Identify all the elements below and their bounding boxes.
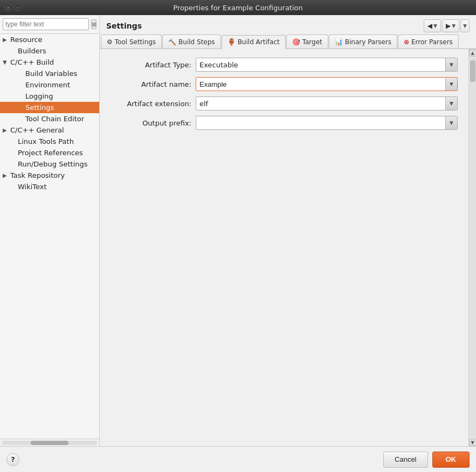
- settings-title: Settings: [106, 22, 142, 30]
- back-dropdown-arrow: ▼: [433, 23, 437, 29]
- artifact-name-control: ▼: [196, 77, 458, 91]
- output-prefix-arrow[interactable]: ▼: [445, 116, 457, 129]
- tree-item-linux-tools-path[interactable]: Linux Tools Path: [0, 136, 99, 147]
- tree-item-tool-chain-editor[interactable]: Tool Chain Editor: [0, 113, 99, 124]
- tabs-bar: ⚙ Tool Settings 🔨 Build Steps 🏺 Build Ar…: [100, 34, 476, 49]
- scrollbar-thumb: [31, 441, 68, 445]
- tree-item-label-settings: Settings: [25, 103, 54, 112]
- tree-item-c-cpp-build[interactable]: ▼ C/C++ Build: [0, 57, 99, 68]
- close-button[interactable]: ×: [4, 4, 12, 11]
- binary-parsers-icon: 📊: [335, 38, 343, 46]
- tree-item-project-references[interactable]: Project References: [0, 147, 99, 158]
- tab-target-label: Target: [302, 38, 322, 46]
- tree-item-label-c-cpp-general: C/C++ General: [10, 126, 64, 134]
- form-area: Artifact Type: Executable ▼ Artifact nam…: [100, 49, 468, 446]
- tree-item-label-task-repository: Task Repository: [10, 171, 65, 179]
- menu-dropdown-arrow: ▼: [463, 23, 467, 29]
- tab-error-parsers-label: Error Parsers: [411, 38, 453, 46]
- tree-area: ▶ Resource Builders ▼ C/C++ Build Build …: [0, 34, 99, 439]
- tree-item-c-cpp-general[interactable]: ▶ C/C++ General: [0, 124, 99, 136]
- forward-button[interactable]: ▶ ▼: [442, 19, 459, 32]
- tab-tool-settings-label: Tool Settings: [115, 38, 156, 46]
- main-container: ⊠ ▶ Resource Builders ▼ C/C++ Build: [0, 15, 476, 472]
- tab-binary-parsers-label: Binary Parsers: [345, 38, 391, 46]
- scrollbar-v-thumb: [470, 60, 475, 82]
- tab-error-parsers[interactable]: ⊗ Error Parsers: [398, 34, 459, 48]
- artifact-extension-label: Artifact extension:: [111, 100, 191, 108]
- output-prefix-label: Output prefix:: [111, 119, 191, 127]
- tree-item-label-project-references: Project References: [18, 149, 83, 157]
- artifact-name-row: Artifact name: ▼: [111, 77, 458, 91]
- tree-item-settings[interactable]: Settings: [0, 102, 99, 113]
- tree-item-logging[interactable]: Logging: [0, 91, 99, 102]
- title-bar: × − Properties for Example Configuration: [0, 0, 476, 15]
- output-prefix-select[interactable]: ▼: [196, 116, 458, 130]
- filter-clear-button[interactable]: ⊠: [91, 19, 96, 29]
- artifact-extension-arrow[interactable]: ▼: [445, 97, 457, 110]
- tree-item-build-variables[interactable]: Build Variables: [0, 68, 99, 79]
- tab-build-artifact-label: Build Artifact: [238, 38, 280, 46]
- left-panel: ⊠ ▶ Resource Builders ▼ C/C++ Build: [0, 15, 100, 446]
- artifact-type-arrow[interactable]: ▼: [445, 58, 457, 71]
- ok-button[interactable]: OK: [432, 452, 470, 468]
- right-scrollbar: ▲ ▼: [468, 49, 476, 446]
- tree-item-wikitext[interactable]: WikiText: [0, 181, 99, 192]
- error-parsers-icon: ⊗: [404, 38, 409, 46]
- tree-item-label-tool-chain-editor: Tool Chain Editor: [25, 115, 84, 123]
- output-prefix-row: Output prefix: ▼: [111, 116, 458, 130]
- back-icon: ◀: [427, 22, 432, 30]
- tree-item-label-logging: Logging: [25, 92, 53, 100]
- tree-item-builders[interactable]: Builders: [0, 45, 99, 57]
- scrollbar-down-button[interactable]: ▼: [469, 439, 477, 446]
- artifact-name-input[interactable]: [196, 78, 445, 91]
- tree-item-label-environment: Environment: [25, 81, 70, 89]
- build-artifact-icon: 🏺: [227, 38, 236, 46]
- expand-arrow-task-repository: ▶: [3, 172, 10, 178]
- scrollbar-track: [2, 441, 97, 445]
- tree-item-label-linux-tools-path: Linux Tools Path: [18, 137, 74, 145]
- settings-header: Settings ◀ ▼ ▶ ▼ ▼: [100, 15, 476, 34]
- tab-tool-settings[interactable]: ⚙ Tool Settings: [101, 34, 162, 48]
- artifact-type-value: Executable: [196, 61, 445, 69]
- window-title: Properties for Example Configuration: [26, 4, 450, 12]
- tree-item-run-debug-settings[interactable]: Run/Debug Settings: [0, 158, 99, 170]
- window-controls[interactable]: × −: [4, 4, 22, 11]
- tree-item-label-builders: Builders: [18, 47, 46, 55]
- forward-dropdown-arrow: ▼: [452, 23, 456, 29]
- tree-item-label-build-variables: Build Variables: [25, 70, 77, 78]
- artifact-name-dropdown[interactable]: ▼: [445, 78, 457, 91]
- menu-button[interactable]: ▼: [460, 19, 470, 32]
- artifact-type-select[interactable]: Executable ▼: [196, 58, 458, 72]
- filter-input[interactable]: [3, 18, 89, 30]
- right-panel: Settings ◀ ▼ ▶ ▼ ▼: [100, 15, 476, 446]
- scrollbar-v-track: [470, 58, 476, 438]
- tab-build-artifact[interactable]: 🏺 Build Artifact: [222, 35, 286, 49]
- filter-bar: ⊠: [0, 15, 99, 34]
- tool-settings-icon: ⚙: [107, 38, 113, 46]
- tree-item-task-repository[interactable]: ▶ Task Repository: [0, 170, 99, 181]
- expand-arrow-resource: ▶: [3, 37, 10, 43]
- tree-item-resource[interactable]: ▶ Resource: [0, 34, 99, 45]
- artifact-name-input-wrapper: ▼: [196, 77, 458, 91]
- forward-icon: ▶: [446, 22, 451, 30]
- output-prefix-control: ▼: [196, 116, 458, 130]
- build-steps-icon: 🔨: [168, 38, 176, 46]
- artifact-extension-select[interactable]: elf ▼: [196, 96, 458, 110]
- artifact-type-row: Artifact Type: Executable ▼: [111, 58, 458, 72]
- tab-target[interactable]: 🎯 Target: [286, 34, 328, 48]
- tree-item-label-wikitext: WikiText: [18, 183, 47, 191]
- scrollbar-up-button[interactable]: ▲: [469, 49, 477, 57]
- bottom-bar: ? Cancel OK: [0, 446, 476, 472]
- cancel-button[interactable]: Cancel: [383, 452, 427, 468]
- minimize-button[interactable]: −: [14, 4, 22, 11]
- bottom-buttons: Cancel OK: [383, 452, 470, 468]
- back-button[interactable]: ◀ ▼: [424, 19, 441, 32]
- tab-build-steps-label: Build Steps: [178, 38, 215, 46]
- tab-binary-parsers[interactable]: 📊 Binary Parsers: [329, 34, 397, 48]
- help-button[interactable]: ?: [6, 453, 19, 466]
- tree-item-environment[interactable]: Environment: [0, 79, 99, 91]
- content-area: ⊠ ▶ Resource Builders ▼ C/C++ Build: [0, 15, 476, 446]
- artifact-type-label: Artifact Type:: [111, 61, 191, 69]
- tab-build-steps[interactable]: 🔨 Build Steps: [162, 34, 221, 48]
- horizontal-scrollbar[interactable]: [0, 439, 99, 446]
